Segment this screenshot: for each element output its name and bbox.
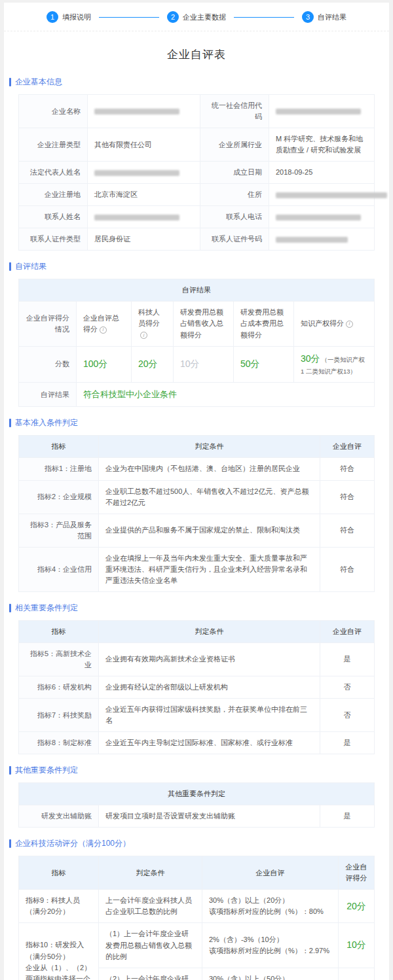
table-row: 分数 100分 20分 10分 50分 30分（一类知识产权1 二类知识产权13…: [19, 346, 375, 383]
info-icon[interactable]: i: [100, 326, 107, 334]
section-basic-info-head: 企业基本信息: [9, 77, 389, 88]
condition-cell: 企业提供的产品和服务不属于国家规定的禁止、限制和淘汰类: [99, 514, 320, 547]
step-3-self-eval-result[interactable]: 3 自评结果: [302, 11, 346, 23]
table-header-row: 指标 判定条件 企业自评: [19, 620, 375, 642]
self-eval-table-title: 自评结果: [19, 279, 375, 302]
score-label: 分数: [19, 346, 77, 383]
ip-score: 30分（一类知识产权1 二类知识产权13）: [294, 346, 375, 383]
condition-cell: 企业为在中国境内（不包括港、澳、台地区）注册的居民企业: [99, 458, 320, 480]
field-value: [269, 95, 375, 128]
indicator-cell: 指标2：企业规模: [19, 480, 99, 514]
condition-row: 指标4：企业信用 企业在填报上一年及当年内未发生重大安全、重大质量事故和严重环境…: [19, 547, 375, 591]
result-cell: 是: [320, 732, 375, 754]
eval-cell: 30%（含）以上（50分） 该项指标所对应的比例（%）：322.83%: [202, 968, 339, 980]
table-row: 联系人证件类型 居民身份证 联系人证件号码: [19, 228, 375, 251]
column-header: 企业自评: [202, 856, 339, 890]
field-label: 成立日期: [200, 162, 269, 184]
section-basic-conditions-head: 基本准入条件判定: [9, 417, 389, 429]
field-label: 住所: [200, 184, 269, 206]
basic-info-table: 企业名称 统一社会信用代码 企业注册类型 其他有限责任公司 企业所属行业 M 科…: [18, 94, 375, 251]
score-cell: 10分: [339, 923, 375, 968]
field-value: 居民身份证: [88, 228, 200, 251]
eval-cell: 2%（含）-3%（10分） 该项指标所对应的比例（%）：2.97%: [202, 923, 339, 968]
info-icon[interactable]: i: [140, 332, 147, 339]
indicator-cell: 指标5：高新技术企业: [19, 642, 99, 676]
indicator-cell: 指标3：产品及服务范围: [19, 514, 99, 547]
other-conditions-table: 其他重要条件判定 研发支出辅助账 研发项目立项时是否设置研发支出辅助账 是: [18, 782, 375, 828]
step-1-fill-instructions[interactable]: 1 填报说明: [47, 11, 91, 23]
score-row-10a: 指标10：研发投入（满分50分） 企业从（1）、（2）两项指标中选择一个指标进行…: [19, 923, 375, 968]
table-row: 企业自评得分情况 企业自评总得分i 科技人员得分i 研发费用总额占销售收入总额得…: [19, 302, 375, 346]
redacted-value: [276, 192, 387, 198]
score-row-9: 指标9：科技人员（满分20分） 上一会计年度企业科技人员占企业职工总数的比例 3…: [19, 890, 375, 923]
table-row: 法定代表人姓名 成立日期 2018-09-25: [19, 162, 375, 184]
field-value: [269, 184, 375, 206]
result-cell: 符合: [320, 547, 375, 591]
table-row: 自评结果: [19, 279, 375, 302]
section-activity-score-head: 企业科技活动评分（满分100分）: [9, 838, 389, 849]
page: 1 填报说明 2 企业主要数据 3 自评结果 企业自评表 企业基本信息 企业名称…: [4, 3, 389, 980]
redacted-value: [94, 109, 179, 114]
condition-row: 研发支出辅助账 研发项目立项时是否设置研发支出辅助账 是: [19, 805, 375, 828]
field-label: 统一社会信用代码: [200, 95, 269, 128]
field-label: 企业注册地: [19, 184, 88, 206]
table-row: 企业注册类型 其他有限责任公司 企业所属行业 M 科学研究、技术服务和地质勘查业…: [19, 128, 375, 162]
field-value: 其他有限责任公司: [88, 128, 200, 162]
condition-cell: （1）上一会计年度企业研发费用总额占销售收入总额的比例: [99, 923, 202, 968]
step-2-circle: 2: [167, 11, 179, 23]
section-marker: [9, 419, 11, 427]
section-other-conditions-head: 其他重要条件判定: [9, 765, 389, 776]
field-value: [88, 162, 200, 184]
eval-cell: 30%（含）以上（20分） 该项指标所对应的比例（%）：80%: [202, 890, 339, 923]
indicator-cell: 指标7：科技奖励: [19, 699, 99, 732]
table-row: 自评结果 符合科技型中小企业条件: [19, 383, 375, 407]
field-label: 联系人电话: [200, 206, 269, 228]
redacted-value: [276, 109, 361, 114]
section-other-conditions-title: 其他重要条件判定: [15, 765, 78, 776]
column-header: 企业自评: [320, 620, 375, 642]
column-header: 判定条件: [99, 856, 202, 890]
column-header: 指标: [19, 436, 99, 458]
rd-sales-score: 10分: [174, 346, 234, 383]
field-value: 北京市海淀区: [88, 184, 200, 206]
redacted-value: [94, 215, 179, 220]
column-header: 指标: [19, 620, 99, 642]
step-connector-1: [99, 17, 159, 18]
condition-cell: 企业拥有经认定的省部级以上研发机构: [99, 676, 320, 699]
field-value: M 科学研究、技术服务和地质勘查业 / 研究和试验发展: [269, 128, 375, 162]
field-label: 企业名称: [19, 95, 88, 128]
result-value: 符合科技型中小企业条件: [77, 383, 375, 407]
result-cell: 否: [320, 676, 375, 699]
condition-row: 指标2：企业规模 企业职工总数不超过500人、年销售收入不超过2亿元、资产总额不…: [19, 480, 375, 514]
table-row: 企业名称 统一社会信用代码: [19, 95, 375, 128]
table-header-row: 其他重要条件判定: [19, 783, 375, 805]
info-icon[interactable]: i: [346, 321, 353, 328]
column-header: 企业自评得分: [339, 856, 375, 890]
step-2-enterprise-data[interactable]: 2 企业主要数据: [167, 11, 226, 23]
condition-cell: 企业在填报上一年及当年内未发生重大安全、重大质量事故和严重环境违法、科研严重失信…: [99, 547, 320, 591]
condition-row: 指标7：科技奖励 企业近五年内获得过国家级科技奖励，并在获奖单位中排在前三名 否: [19, 699, 375, 732]
field-label: 企业注册类型: [19, 128, 88, 162]
indicator-cell: 指标6：研发机构: [19, 676, 99, 699]
step-3-label: 自评结果: [318, 12, 346, 22]
field-label: 联系人姓名: [19, 206, 88, 228]
field-value: [88, 95, 200, 128]
field-label: 联系人证件类型: [19, 228, 88, 251]
step-indicator: 1 填报说明 2 企业主要数据 3 自评结果: [4, 3, 389, 31]
table-row: 企业注册地 北京市海淀区 住所: [19, 184, 375, 206]
redacted-value: [276, 237, 348, 243]
indicator-cell: 研发支出辅助账: [19, 805, 99, 828]
field-value: [269, 206, 375, 228]
field-value: [269, 228, 375, 251]
self-eval-table: 自评结果 企业自评得分情况 企业自评总得分i 科技人员得分i 研发费用总额占销售…: [18, 279, 375, 407]
section-self-eval-title: 自评结果: [15, 261, 47, 272]
column-header: 判定条件: [99, 436, 320, 458]
indicator-cell: 指标8：制定标准: [19, 732, 99, 754]
result-cell: 是: [320, 642, 375, 676]
section-self-eval-head: 自评结果: [9, 261, 389, 272]
result-label: 自评结果: [19, 383, 77, 407]
score-header: 企业自评总得分i: [77, 302, 132, 346]
condition-row: 指标3：产品及服务范围 企业提供的产品和服务不属于国家规定的禁止、限制和淘汰类 …: [19, 514, 375, 547]
score-row-label: 企业自评得分情况: [19, 302, 77, 346]
condition-cell: 企业近五年内主导制定过国际标准、国家标准、或行业标准: [99, 732, 320, 754]
